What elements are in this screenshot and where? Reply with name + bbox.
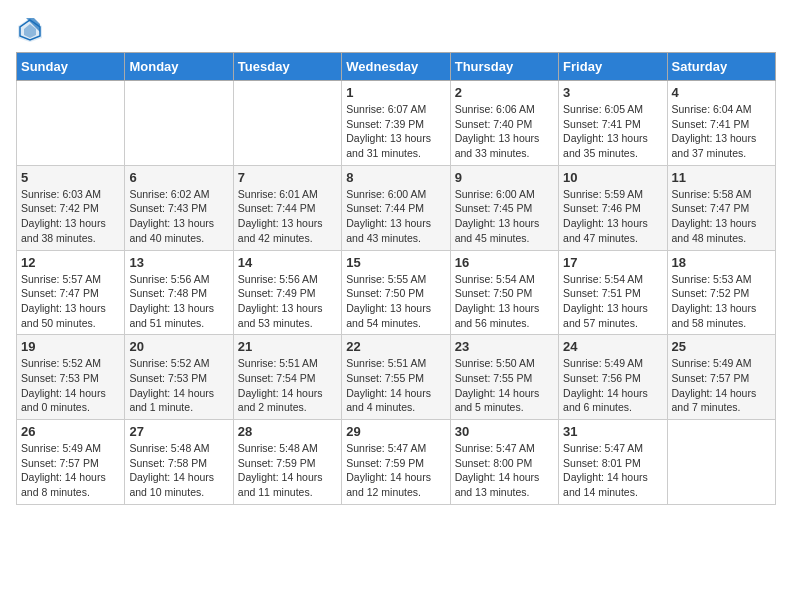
weekday-header-row: SundayMondayTuesdayWednesdayThursdayFrid… <box>17 53 776 81</box>
calendar-cell: 30Sunrise: 5:47 AM Sunset: 8:00 PM Dayli… <box>450 420 558 505</box>
weekday-header-thursday: Thursday <box>450 53 558 81</box>
day-number: 1 <box>346 85 445 100</box>
calendar-header: SundayMondayTuesdayWednesdayThursdayFrid… <box>17 53 776 81</box>
day-info: Sunrise: 5:53 AM Sunset: 7:52 PM Dayligh… <box>672 273 757 329</box>
day-number: 19 <box>21 339 120 354</box>
day-info: Sunrise: 5:49 AM Sunset: 7:57 PM Dayligh… <box>672 357 757 413</box>
day-info: Sunrise: 5:59 AM Sunset: 7:46 PM Dayligh… <box>563 188 648 244</box>
day-info: Sunrise: 5:57 AM Sunset: 7:47 PM Dayligh… <box>21 273 106 329</box>
day-info: Sunrise: 6:00 AM Sunset: 7:44 PM Dayligh… <box>346 188 431 244</box>
weekday-header-wednesday: Wednesday <box>342 53 450 81</box>
calendar-cell: 2Sunrise: 6:06 AM Sunset: 7:40 PM Daylig… <box>450 81 558 166</box>
calendar-cell: 17Sunrise: 5:54 AM Sunset: 7:51 PM Dayli… <box>559 250 667 335</box>
day-info: Sunrise: 5:52 AM Sunset: 7:53 PM Dayligh… <box>129 357 214 413</box>
day-number: 30 <box>455 424 554 439</box>
day-number: 17 <box>563 255 662 270</box>
day-number: 5 <box>21 170 120 185</box>
day-info: Sunrise: 6:03 AM Sunset: 7:42 PM Dayligh… <box>21 188 106 244</box>
day-number: 29 <box>346 424 445 439</box>
day-info: Sunrise: 5:54 AM Sunset: 7:50 PM Dayligh… <box>455 273 540 329</box>
day-info: Sunrise: 6:01 AM Sunset: 7:44 PM Dayligh… <box>238 188 323 244</box>
day-number: 23 <box>455 339 554 354</box>
day-number: 8 <box>346 170 445 185</box>
day-number: 26 <box>21 424 120 439</box>
calendar-table: SundayMondayTuesdayWednesdayThursdayFrid… <box>16 52 776 505</box>
calendar-cell: 29Sunrise: 5:47 AM Sunset: 7:59 PM Dayli… <box>342 420 450 505</box>
calendar-cell: 12Sunrise: 5:57 AM Sunset: 7:47 PM Dayli… <box>17 250 125 335</box>
page-header <box>16 16 776 44</box>
calendar-cell: 7Sunrise: 6:01 AM Sunset: 7:44 PM Daylig… <box>233 165 341 250</box>
calendar-cell: 6Sunrise: 6:02 AM Sunset: 7:43 PM Daylig… <box>125 165 233 250</box>
calendar-cell: 18Sunrise: 5:53 AM Sunset: 7:52 PM Dayli… <box>667 250 775 335</box>
week-row-1: 1Sunrise: 6:07 AM Sunset: 7:39 PM Daylig… <box>17 81 776 166</box>
day-info: Sunrise: 6:02 AM Sunset: 7:43 PM Dayligh… <box>129 188 214 244</box>
day-number: 13 <box>129 255 228 270</box>
day-info: Sunrise: 5:51 AM Sunset: 7:54 PM Dayligh… <box>238 357 323 413</box>
day-info: Sunrise: 5:58 AM Sunset: 7:47 PM Dayligh… <box>672 188 757 244</box>
day-number: 6 <box>129 170 228 185</box>
day-number: 28 <box>238 424 337 439</box>
day-info: Sunrise: 5:48 AM Sunset: 7:58 PM Dayligh… <box>129 442 214 498</box>
calendar-cell: 20Sunrise: 5:52 AM Sunset: 7:53 PM Dayli… <box>125 335 233 420</box>
day-info: Sunrise: 6:04 AM Sunset: 7:41 PM Dayligh… <box>672 103 757 159</box>
calendar-cell: 22Sunrise: 5:51 AM Sunset: 7:55 PM Dayli… <box>342 335 450 420</box>
calendar-cell: 5Sunrise: 6:03 AM Sunset: 7:42 PM Daylig… <box>17 165 125 250</box>
calendar-cell <box>233 81 341 166</box>
day-number: 21 <box>238 339 337 354</box>
calendar-cell: 26Sunrise: 5:49 AM Sunset: 7:57 PM Dayli… <box>17 420 125 505</box>
day-info: Sunrise: 6:05 AM Sunset: 7:41 PM Dayligh… <box>563 103 648 159</box>
day-info: Sunrise: 5:51 AM Sunset: 7:55 PM Dayligh… <box>346 357 431 413</box>
calendar-cell: 8Sunrise: 6:00 AM Sunset: 7:44 PM Daylig… <box>342 165 450 250</box>
day-number: 4 <box>672 85 771 100</box>
logo <box>16 16 46 44</box>
day-number: 24 <box>563 339 662 354</box>
day-number: 12 <box>21 255 120 270</box>
calendar-cell <box>125 81 233 166</box>
day-number: 31 <box>563 424 662 439</box>
week-row-4: 19Sunrise: 5:52 AM Sunset: 7:53 PM Dayli… <box>17 335 776 420</box>
calendar-cell: 9Sunrise: 6:00 AM Sunset: 7:45 PM Daylig… <box>450 165 558 250</box>
day-number: 3 <box>563 85 662 100</box>
day-number: 15 <box>346 255 445 270</box>
week-row-5: 26Sunrise: 5:49 AM Sunset: 7:57 PM Dayli… <box>17 420 776 505</box>
day-info: Sunrise: 5:49 AM Sunset: 7:57 PM Dayligh… <box>21 442 106 498</box>
day-number: 22 <box>346 339 445 354</box>
day-number: 2 <box>455 85 554 100</box>
day-number: 27 <box>129 424 228 439</box>
day-info: Sunrise: 5:56 AM Sunset: 7:48 PM Dayligh… <box>129 273 214 329</box>
day-number: 18 <box>672 255 771 270</box>
calendar-cell: 23Sunrise: 5:50 AM Sunset: 7:55 PM Dayli… <box>450 335 558 420</box>
weekday-header-sunday: Sunday <box>17 53 125 81</box>
calendar-cell: 1Sunrise: 6:07 AM Sunset: 7:39 PM Daylig… <box>342 81 450 166</box>
weekday-header-monday: Monday <box>125 53 233 81</box>
day-info: Sunrise: 5:56 AM Sunset: 7:49 PM Dayligh… <box>238 273 323 329</box>
calendar-cell: 16Sunrise: 5:54 AM Sunset: 7:50 PM Dayli… <box>450 250 558 335</box>
calendar-cell: 10Sunrise: 5:59 AM Sunset: 7:46 PM Dayli… <box>559 165 667 250</box>
day-info: Sunrise: 5:48 AM Sunset: 7:59 PM Dayligh… <box>238 442 323 498</box>
calendar-cell: 24Sunrise: 5:49 AM Sunset: 7:56 PM Dayli… <box>559 335 667 420</box>
day-info: Sunrise: 5:55 AM Sunset: 7:50 PM Dayligh… <box>346 273 431 329</box>
calendar-cell <box>667 420 775 505</box>
day-info: Sunrise: 6:07 AM Sunset: 7:39 PM Dayligh… <box>346 103 431 159</box>
calendar-cell: 25Sunrise: 5:49 AM Sunset: 7:57 PM Dayli… <box>667 335 775 420</box>
calendar-cell: 4Sunrise: 6:04 AM Sunset: 7:41 PM Daylig… <box>667 81 775 166</box>
calendar-cell: 31Sunrise: 5:47 AM Sunset: 8:01 PM Dayli… <box>559 420 667 505</box>
calendar-cell: 28Sunrise: 5:48 AM Sunset: 7:59 PM Dayli… <box>233 420 341 505</box>
weekday-header-saturday: Saturday <box>667 53 775 81</box>
day-number: 20 <box>129 339 228 354</box>
calendar-cell: 11Sunrise: 5:58 AM Sunset: 7:47 PM Dayli… <box>667 165 775 250</box>
calendar-body: 1Sunrise: 6:07 AM Sunset: 7:39 PM Daylig… <box>17 81 776 505</box>
weekday-header-tuesday: Tuesday <box>233 53 341 81</box>
day-number: 16 <box>455 255 554 270</box>
day-number: 11 <box>672 170 771 185</box>
day-number: 9 <box>455 170 554 185</box>
calendar-cell: 13Sunrise: 5:56 AM Sunset: 7:48 PM Dayli… <box>125 250 233 335</box>
calendar-cell: 3Sunrise: 6:05 AM Sunset: 7:41 PM Daylig… <box>559 81 667 166</box>
calendar-cell: 19Sunrise: 5:52 AM Sunset: 7:53 PM Dayli… <box>17 335 125 420</box>
calendar-cell: 21Sunrise: 5:51 AM Sunset: 7:54 PM Dayli… <box>233 335 341 420</box>
day-info: Sunrise: 5:52 AM Sunset: 7:53 PM Dayligh… <box>21 357 106 413</box>
day-info: Sunrise: 5:54 AM Sunset: 7:51 PM Dayligh… <box>563 273 648 329</box>
day-info: Sunrise: 5:47 AM Sunset: 8:01 PM Dayligh… <box>563 442 648 498</box>
day-info: Sunrise: 6:00 AM Sunset: 7:45 PM Dayligh… <box>455 188 540 244</box>
week-row-3: 12Sunrise: 5:57 AM Sunset: 7:47 PM Dayli… <box>17 250 776 335</box>
